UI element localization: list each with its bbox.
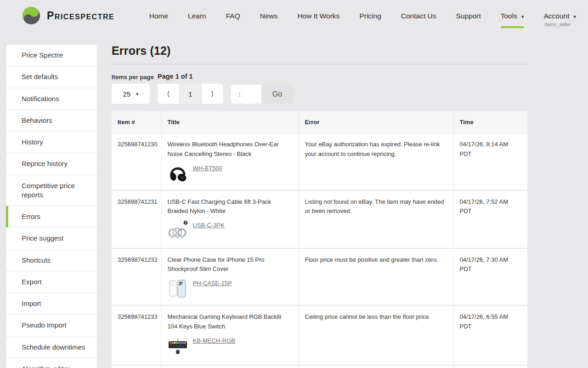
table-row-partial	[112, 365, 527, 368]
errors-table: Item # Title Error Time 325698741230 Wir…	[112, 111, 527, 368]
sidebar-item-export[interactable]: Export	[6, 271, 97, 293]
title-divider	[112, 64, 527, 64]
sidebar-item-reprice-history[interactable]: Reprice history	[6, 153, 97, 175]
main-nav: Home Learn FAQ News How It Works Pricing…	[149, 0, 576, 32]
table-row: 325698741230 Wireless Bluetooth Headphon…	[112, 133, 527, 190]
error-message-cell: Your eBay authorization has expired. Ple…	[299, 133, 453, 190]
next-page-button[interactable]: ⟩	[202, 84, 223, 104]
phone-case-image	[168, 278, 188, 299]
prev-page-button[interactable]: ⟨	[158, 84, 180, 104]
pager: ⟨ 1 ⟩	[158, 84, 223, 104]
product-title: Wireless Bluetooth Headphones Over-Ear N…	[168, 140, 293, 159]
pricespectre-logo-icon	[18, 3, 45, 29]
brand-name: PriceSpectre	[47, 10, 114, 22]
sidebar-item-errors[interactable]: Errors	[6, 206, 97, 228]
nav-item-news[interactable]: News	[260, 12, 278, 20]
nav-item-account[interactable]: Account▾ demo_seller	[543, 12, 576, 20]
page-title: Errors (12)	[112, 44, 527, 58]
sidebar-item-price-spectre[interactable]: Price Spectre	[6, 45, 97, 66]
sidebar-item-set-defaults[interactable]: Set defaults	[6, 66, 97, 88]
time-cell: 04/17/26, 7:52 AM PDT	[453, 190, 527, 248]
time-cell: 04/17/26, 7:30 AM PDT	[453, 248, 527, 306]
nav-item-how-it-works[interactable]: How It Works	[298, 12, 340, 20]
error-message-cell: Floor price must be positive and greater…	[299, 248, 453, 306]
table-row: 325698741232 Clear Phone Case for iPhone…	[112, 248, 527, 306]
sku-link[interactable]: PH-CASE-15P	[193, 279, 232, 288]
items-per-page-select[interactable]: 25 ▾	[112, 84, 150, 104]
sku-link[interactable]: KB-MECH-RGB	[193, 336, 235, 346]
column-header-error: Error	[299, 111, 453, 133]
sku-link[interactable]: USB-C-3PK	[193, 221, 225, 230]
items-per-page-label: Items per page	[112, 74, 154, 80]
column-header-title: Title	[161, 111, 299, 133]
sidebar-item-history[interactable]: History	[6, 132, 97, 153]
account-username: demo_seller	[545, 22, 571, 27]
brand[interactable]: PriceSpectre	[22, 6, 114, 25]
nav-item-tools[interactable]: Tools▾	[501, 12, 524, 20]
go-button[interactable]: Go	[261, 85, 293, 104]
current-page-indicator: 1	[180, 84, 202, 104]
item-number-cell: 325698741230	[112, 133, 161, 190]
table-row: 325698741231 USB-C Fast Charging Cable 6…	[112, 190, 527, 248]
table-row: 325698741233 Mechanical Gaming Keyboard …	[112, 305, 527, 365]
keyboard-image	[168, 336, 188, 356]
time-cell: 04/17/26, 6:55 AM PDT	[453, 305, 527, 365]
headphones-image	[168, 163, 188, 184]
caret-down-icon: ▾	[521, 14, 524, 19]
sidebar: Price Spectre Set defaults Notifications…	[6, 44, 97, 368]
page-info-label: Page 1 of 1	[158, 73, 193, 80]
nav-item-pricing[interactable]: Pricing	[359, 12, 381, 20]
main-content: Errors (12) Items per page Page 1 of 1 2…	[112, 44, 527, 368]
sidebar-item-notifications[interactable]: Notifications	[6, 88, 97, 110]
product-title: USB-C Fast Charging Cable 6ft 3-Pack Bra…	[168, 197, 293, 217]
nav-item-support[interactable]: Support	[456, 12, 481, 20]
nav-item-contact-us[interactable]: Contact Us	[401, 12, 436, 20]
product-title: Clear Phone Case for iPhone 15 Pro Shock…	[168, 255, 293, 275]
column-header-item: Item #	[112, 111, 161, 133]
sidebar-item-import[interactable]: Import	[6, 293, 97, 315]
item-number-cell: 325698741232	[112, 248, 161, 306]
sidebar-item-behaviors[interactable]: Behaviors	[6, 110, 97, 132]
sidebar-item-algorithm-editor[interactable]: Algorithm editor	[6, 358, 97, 368]
sidebar-item-pseudo-import[interactable]: Pseudo Import	[6, 315, 97, 336]
sidebar-item-price-suggest[interactable]: Price suggest	[6, 228, 97, 249]
table-header-row: Item # Title Error Time	[112, 111, 527, 133]
caret-down-icon: ▾	[136, 91, 139, 97]
time-cell: 04/17/26, 8:14 AM PDT	[453, 133, 527, 190]
product-title: Mechanical Gaming Keyboard RGB Backlit 1…	[168, 312, 293, 332]
sidebar-item-competitive-price-reports[interactable]: Competitive price reports	[6, 175, 97, 207]
column-header-time: Time	[453, 111, 527, 133]
error-message-cell: Ceiling price cannot be less than the fl…	[299, 305, 453, 365]
pagination-controls: Items per page Page 1 of 1 25 ▾ ⟨ 1 ⟩ Go	[112, 73, 527, 110]
caret-down-icon: ▾	[573, 14, 576, 19]
item-number-cell: 325698741233	[112, 305, 161, 365]
sidebar-item-shortcuts[interactable]: Shortcuts	[6, 250, 97, 271]
goto-page-input[interactable]	[231, 85, 261, 104]
svg-text:3: 3	[185, 221, 187, 224]
sidebar-item-schedule-downtimes[interactable]: Schedule downtimes	[6, 337, 97, 358]
usb-cables-image: 3	[168, 220, 188, 241]
error-message-cell: Listing not found on eBay. The item may …	[299, 190, 453, 248]
nav-item-learn[interactable]: Learn	[188, 12, 206, 20]
sku-link[interactable]: WH-BT500	[193, 164, 222, 173]
nav-item-home[interactable]: Home	[149, 12, 168, 20]
items-per-page-value: 25	[123, 90, 130, 98]
nav-item-faq[interactable]: FAQ	[226, 12, 240, 20]
top-navigation-bar: PriceSpectre Home Learn FAQ News How It …	[0, 0, 588, 32]
item-number-cell: 325698741231	[112, 190, 161, 248]
